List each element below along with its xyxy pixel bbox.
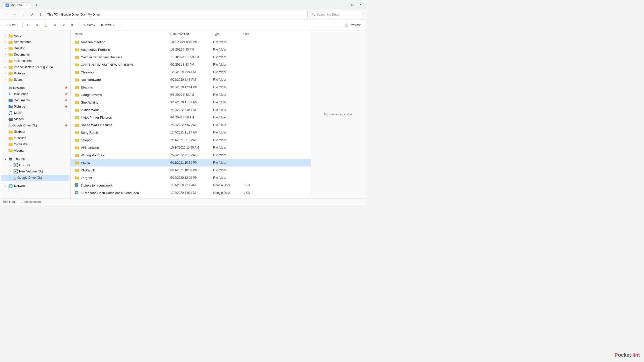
sidebar-item-this-pc[interactable]: ∨ 💻 This PC [1,156,69,162]
sidebar-item-downloads[interactable]: ⬇ Downloads 📌 [1,91,69,97]
col-header-size[interactable]: Size [241,31,261,37]
sidebar-item-documents-qa[interactable]: › Documents [1,52,69,58]
sidebar-item-pictures-qa[interactable]: › Pictures [1,70,69,76]
table-row[interactable]: 5 Reasons Dash Cams are a Good Idea 11/3… [71,189,311,197]
sidebar-item-aleena[interactable]: Aleena [1,148,69,154]
file-date: 12/6/2019 7:24 PM [168,69,211,75]
table-row[interactable]: Zergnet 5/12/2020 12:02 PM File folder [71,174,311,182]
close-tab-button[interactable]: ✕ [25,4,28,7]
maximize-button[interactable]: □ [349,2,356,7]
table-row[interactable]: Writing Portfolio 7/28/2022 7:15 AM File… [71,151,311,159]
file-name-cell: 5 Reasons Dash Cams are a Good Idea [73,190,168,196]
folder-icon [75,55,79,59]
breadcrumb-my-drive[interactable]: My Drive [88,13,100,16]
breadcrumb[interactable]: This PC › Google Drive (G:) › My Drive › [45,11,308,18]
table-row[interactable]: 3 Links to recent work 11/4/2019 9:12 AM… [71,182,311,189]
sidebar-item-heistmasters[interactable]: › heistmasters [1,58,69,64]
close-button[interactable]: × [357,2,364,7]
sidebar: › Apps › Attachments › Desktop › Documen… [0,30,71,198]
sidebar-item-scans[interactable]: › Scans [1,77,69,83]
table-row[interactable]: YNAW (1) 6/11/2021 10:39 PM File folder [71,166,311,174]
share-button[interactable]: ↗ [60,21,67,29]
file-type: File folder [211,39,241,45]
minimize-button[interactable]: – [341,2,348,7]
sidebar-item-google-drive-g[interactable]: › △ Google Drive (G:) [1,175,69,181]
refresh-button[interactable]: ↺ [28,11,35,18]
table-row[interactable]: Cash in transit new chapters 11/20/2020 … [71,53,311,61]
table-row[interactable]: 2019 Kia Niro Review 7/15/2019 4:58 PM G… [71,197,311,198]
sidebar-item-desktop-pinned[interactable]: 🖥 Desktop 📌 [1,85,69,91]
table-row[interactable]: Inkfish Work 7/20/2022 4:35 PM File fold… [71,106,311,114]
sidebar-item-attachments[interactable]: › Attachments [1,39,69,45]
delete-button[interactable]: 🗑 [68,21,76,29]
table-row[interactable]: Gadget review 5/5/2020 6:43 AM File fold… [71,91,311,99]
svg-rect-52 [75,124,77,124]
table-row[interactable]: YNAW 6/11/2021 10:39 PM File folder [71,159,311,166]
up-button[interactable]: ↑ [19,11,27,18]
table-row[interactable]: Saeed Wazir Resume 7/28/2022 6:57 AM Fil… [71,121,311,129]
file-name: Saeed Wazir Resume [81,123,112,127]
sidebar-item-mussssc[interactable]: mussssc [1,135,69,141]
table-row[interactable]: Amazon meeting 10/31/2024 6:40 PM File f… [71,38,311,46]
sidebar-item-desktop-qa[interactable]: › Desktop [1,45,69,51]
table-row[interactable]: VPN articles 10/14/2020 10:55 AM File fo… [71,144,311,151]
sidebar-item-documents-pinned[interactable]: Documents 📌 [1,97,69,103]
table-row[interactable]: Classroom 12/6/2019 7:24 PM File folder [71,68,311,76]
folder-icon [75,175,79,180]
table-row[interactable]: Ginx Writing 3/17/2020 11:31 AM File fol… [71,99,311,106]
file-size: 1 KB [241,183,261,188]
sidebar-item-google-drive-pinned[interactable]: △ Google Drive (G:) 📌 [1,122,69,128]
sidebar-item-pictures-pinned[interactable]: Pictures 📌 [1,104,69,110]
delete-icon: 🗑 [71,23,74,27]
svg-rect-72 [76,192,77,192]
sidebar-item-os-c[interactable]: › 💽 OS (C:) [1,162,69,168]
sidebar-item-grabber[interactable]: Grabber [1,129,69,135]
view-button[interactable]: ⊞ View ▾ [99,21,116,29]
sidebar-item-orchestra[interactable]: Orchestra [1,141,69,147]
toolbar-separator-1 [22,23,23,28]
tab-my-drive[interactable]: My Drive ✕ [2,2,31,8]
file-size [241,56,261,58]
expand-spacer [3,123,7,127]
file-type: Google Docs [211,183,241,188]
forward-button[interactable]: → [11,11,18,18]
file-type: File folder [211,69,241,75]
breadcrumb-this-pc[interactable]: This PC [47,13,58,16]
copy-button[interactable]: ⧉ [33,21,41,29]
more-button[interactable]: … [117,21,126,29]
svg-rect-46 [75,101,77,102]
rename-button[interactable]: ✏ [51,21,59,29]
file-name-cell: YNAW [73,159,168,166]
sidebar-label-google-drive-pinned: Google Drive (G:) [12,124,63,127]
expand-icon-this-pc: ∨ [3,157,7,161]
cut-button[interactable]: ✂ [25,21,32,29]
sidebar-item-apps[interactable]: › Apps [1,33,69,39]
table-row[interactable]: Automotive Portfolio 1/3/2022 6:35 PM Fi… [71,46,311,53]
sort-button[interactable]: ⇅ Sort ▾ [81,21,98,29]
table-row[interactable]: timeport 7/11/2021 8:19 AM File folder [71,136,311,144]
col-header-name[interactable]: Name [73,31,168,37]
expand-tree-button[interactable]: ❯ [36,11,44,18]
col-header-type[interactable]: Type [211,31,241,37]
table-row[interactable]: Song Remix 11/4/2021 11:17 AM File folde… [71,129,311,136]
table-row[interactable]: Dot Hardware 9/22/2020 3:43 PM File fold… [71,76,311,83]
folder-icon [8,33,13,38]
sidebar-item-network[interactable]: › 🌐 Network [1,183,69,189]
sidebar-item-videos[interactable]: 📹 Videos [1,116,69,122]
back-button[interactable]: ← [2,11,10,18]
breadcrumb-google-drive[interactable]: Google Drive (G:) [61,13,85,16]
preview-button[interactable]: ⬜ Preview [342,21,363,29]
search-box[interactable]: 🔍 Search My Drive [309,11,364,18]
sidebar-item-music[interactable]: 🎵 Music [1,110,69,116]
address-bar: ← → ↑ ↺ ❯ This PC › Google Drive (G:) › … [0,9,366,20]
sidebar-item-phone-backup[interactable]: › Phone Backup 19 Aug 2024 [1,64,69,70]
new-button[interactable]: + New ▾ [3,21,20,29]
file-date: 11/4/2021 11:17 AM [168,130,211,135]
col-header-date[interactable]: Date modified [168,31,211,37]
new-tab-button[interactable]: + [33,2,40,9]
sidebar-item-new-volume[interactable]: › 💽 New Volume (D:) [1,168,69,174]
paste-button[interactable]: 📋 [42,21,50,29]
table-row[interactable]: Ebaums 9/10/2020 12:14 PM File folder [71,83,311,91]
table-row[interactable]: Inkjet Printer Pictures 8/1/2020 8:59 AM… [71,114,311,121]
table-row[interactable]: CASH IN TRANSIT NEW VERSION 6/2/2021 8:4… [71,61,311,68]
